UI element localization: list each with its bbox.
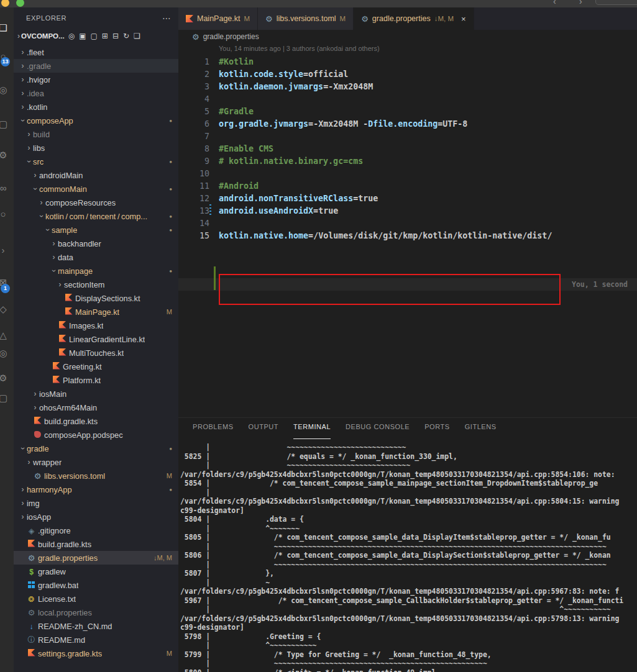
tree-item-label: .kotlin [27, 102, 47, 112]
target-icon[interactable]: ◎ [0, 348, 11, 359]
tree-item-img[interactable]: ›img [14, 496, 178, 510]
tree-item-iosmain[interactable]: ›iosMain [14, 387, 178, 401]
open-editors-icon[interactable]: ▣ [79, 32, 86, 40]
windows-bat-file-icon [26, 581, 37, 590]
package-icon[interactable]: ▢ [0, 119, 11, 130]
tree-item-greeting.kt[interactable]: Greeting.kt [14, 360, 178, 373]
tree-item-build.gradle.kts[interactable]: build.gradle.kts [14, 414, 178, 428]
tab-libs.versions.toml[interactable]: ⚙libs.versions.tomlM [258, 7, 354, 30]
tree-item-.gitignore[interactable]: ◈.gitignore [14, 524, 178, 537]
code-editor[interactable]: You, 1 second 1#Kotlin2kotlin.code.style… [178, 56, 637, 417]
panel-tab-debug-console[interactable]: DEBUG CONSOLE [346, 423, 410, 439]
tree-item-multitouches.kt[interactable]: MultiTouches.kt [14, 346, 178, 360]
tab-mainpage.kt[interactable]: MainPage.ktM [178, 7, 258, 30]
tree-item-androidmain[interactable]: ›androidMain [14, 168, 178, 182]
tree-item-readme.md[interactable]: ⓘREADME.md [14, 633, 178, 647]
tree-item-sectionitem[interactable]: ›sectionItem [14, 278, 178, 291]
tree-item-libs.versions.toml[interactable]: ⚙libs.versions.tomlM [14, 469, 178, 483]
chevron-down-icon: › [19, 445, 27, 453]
tree-item-build[interactable]: ›build [14, 127, 178, 141]
tree-item-gradle.properties[interactable]: ⚙gradle.properties↓M, M [14, 551, 178, 565]
tree-item-harmonyapp[interactable]: ›harmonyApp● [14, 483, 178, 496]
tree-item-ohosarm64main[interactable]: ›ohosArm64Main [14, 401, 178, 414]
panel-tab-terminal[interactable]: TERMINAL [293, 423, 331, 439]
tree-item-.kotlin[interactable]: ›.kotlin [14, 100, 178, 114]
command-center[interactable] [595, 0, 637, 5]
tree-item-libs[interactable]: ›libs [14, 141, 178, 155]
tree-item-commonmain[interactable]: ›commonMain● [14, 182, 178, 196]
project-root-row[interactable]: › OVCOMPO... ◎▣▢⊞⊟↻❏ [14, 29, 178, 43]
tree-item-lineargradientline.kt[interactable]: LinearGradientLine.kt [14, 332, 178, 346]
tree-item-data[interactable]: ›data [14, 250, 178, 264]
tree-item-.idea[interactable]: ›.idea [14, 86, 178, 100]
explorer-more-actions-icon[interactable]: ⋯ [162, 13, 171, 23]
gear-file-icon: ⚙ [26, 608, 37, 617]
panel-tab-gitlens[interactable]: GITLENS [465, 423, 497, 439]
tree-item-license.txt[interactable]: ❂License.txt [14, 592, 178, 606]
kotlin-file-icon [51, 376, 62, 385]
gear-icon: ⚙ [192, 32, 199, 42]
tree-item-sample[interactable]: ›sample● [14, 223, 178, 237]
tree-item-backhandler[interactable]: ›backhandler [14, 237, 178, 250]
code-line-8: #Enable CMS [219, 143, 273, 155]
chevron-right-icon: › [50, 253, 58, 261]
tree-item-settings.gradle.kts[interactable]: settings.gradle.ktsM [14, 647, 178, 660]
tree-item-gradlew[interactable]: $gradlew [14, 565, 178, 578]
tree-item-.hvigor[interactable]: ›.hvigor [14, 73, 178, 86]
tree-item-platform.kt[interactable]: Platform.kt [14, 373, 178, 387]
nav-forward-icon[interactable]: › [579, 0, 582, 6]
account-icon[interactable]: ⚙ [0, 373, 11, 384]
diamond-icon[interactable]: ◇ [0, 304, 11, 315]
tree-item-composeapp[interactable]: ›composeApp● [14, 114, 178, 127]
tree-item-label: .gradle [27, 61, 51, 71]
tree-item-label: README.md [38, 635, 85, 645]
terminal-output[interactable]: | ~~~~~~~~~~~~~~~~~~~~~~~~~~~~ 5825 | /*… [180, 443, 637, 672]
tree-item-gradle[interactable]: ›gradle● [14, 442, 178, 455]
line-number: 6 [178, 118, 209, 130]
collapse-all-icon[interactable]: ❏ [134, 32, 140, 40]
tree-item-wrapper[interactable]: ›wrapper [14, 455, 178, 469]
circle-icon[interactable]: ○ [0, 209, 11, 219]
tree-item-mainpage[interactable]: ›mainpage● [14, 264, 178, 278]
project-name: OVCOMPO... [21, 32, 65, 40]
history-icon[interactable]: ◎ [0, 84, 11, 96]
tree-item-src[interactable]: ›src● [14, 155, 178, 168]
tree-item-label: MultiTouches.kt [69, 348, 124, 358]
tree-item-.fleet[interactable]: ›.fleet [14, 45, 178, 59]
tree-item-mainpage.kt[interactable]: MainPage.ktM [14, 305, 178, 319]
new-file-icon[interactable]: ⊞ [102, 32, 108, 40]
explorer-icon[interactable]: ❏ [0, 22, 11, 34]
new-folder-icon[interactable]: ⊟ [112, 32, 119, 40]
panel-tab-ports[interactable]: PORTS [424, 423, 449, 439]
gear-file-icon: ⚙ [28, 608, 35, 617]
tree-item-label: wrapper [33, 458, 62, 467]
breadcrumb[interactable]: ⚙ gradle.properties [178, 30, 637, 43]
settings-icon[interactable]: ▢ [0, 393, 11, 404]
close-icon[interactable]: × [461, 14, 466, 24]
nav-back-icon[interactable]: ‹ [553, 0, 556, 6]
panel-tab-problems[interactable]: PROBLEMS [193, 423, 234, 439]
locate-file-icon[interactable]: ◎ [68, 32, 75, 40]
extensions-icon[interactable]: ∞ [0, 183, 11, 193]
flask-icon[interactable]: △ [0, 330, 11, 341]
folder-icon[interactable]: ▢ [90, 32, 97, 40]
tree-item-iosapp[interactable]: ›iosApp [14, 510, 178, 524]
tree-item-composeresources[interactable]: ›composeResources [14, 196, 178, 209]
refresh-icon[interactable]: ↻ [123, 32, 129, 40]
minimize-button[interactable] [1, 0, 9, 7]
tree-item-kotlin-com-tencent-comp...[interactable]: ›kotlin / com / tencent / comp...● [14, 209, 178, 223]
tree-item-composeapp.podspec[interactable]: composeApp.podspec [14, 428, 178, 442]
tree-item-.gradle[interactable]: ›.gradle [14, 59, 178, 73]
zoom-button[interactable] [16, 0, 24, 7]
tree-item-build.gradle.kts[interactable]: build.gradle.kts [14, 537, 178, 551]
code-line-9: # kotlin.native.binary.gc=cms [219, 155, 363, 168]
tree-item-readme-zh-cn.md[interactable]: ↓README-zh_CN.md [14, 619, 178, 633]
tree-item-gradlew.bat[interactable]: gradlew.bat [14, 578, 178, 592]
tree-item-local.properties[interactable]: ⚙local.properties [14, 606, 178, 619]
tree-item-images.kt[interactable]: Images.kt [14, 319, 178, 332]
chevron-icon[interactable]: › [0, 245, 11, 255]
tab-gradle.properties[interactable]: ⚙gradle.properties↓M, M× [354, 7, 474, 30]
tree-item-displaysections.kt[interactable]: DisplaySections.kt [14, 291, 178, 305]
build-gear-icon[interactable]: ⚙ [0, 150, 11, 161]
panel-tab-output[interactable]: OUTPUT [249, 423, 279, 439]
